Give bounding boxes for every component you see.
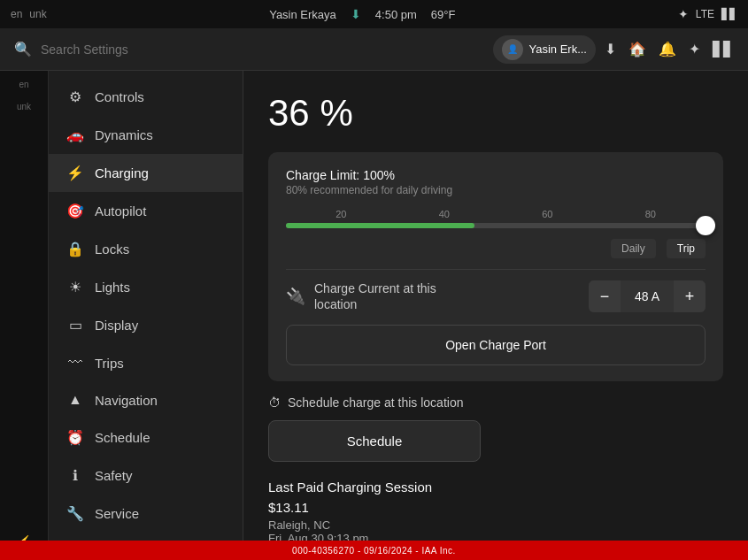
charge-current-label: 🔌 Charge Current at this location <box>286 280 438 312</box>
last-session-amount: $13.11 <box>268 500 723 515</box>
sidebar-item-dynamics[interactable]: 🚗 Dynamics <box>49 116 243 154</box>
sidebar-label-locks: Locks <box>95 242 129 257</box>
sidebar-item-display[interactable]: ▭ Display <box>49 306 243 344</box>
schedule-icon: ⏰ <box>66 429 84 446</box>
sidebar-label-autopilot: Autopilot <box>95 203 146 219</box>
home-icon[interactable]: 🏠 <box>628 41 646 58</box>
search-input[interactable] <box>41 42 484 57</box>
status-bar-right: ✦ LTE ▋▋ <box>678 7 737 21</box>
autopilot-icon: 🎯 <box>66 203 84 219</box>
navigation-icon: ▲ <box>66 392 84 408</box>
safety-icon: ℹ <box>66 467 84 484</box>
sidebar-item-trips[interactable]: 〰 Trips <box>49 344 243 381</box>
sidebar-item-locks[interactable]: 🔒 Locks <box>49 230 243 268</box>
status-bar-center: Yasin Erkaya ⬇ 4:50 pm 69°F <box>269 7 455 21</box>
far-left-panel: en unk ⚡ <box>0 71 49 560</box>
left-panel-text: en <box>19 80 28 89</box>
sidebar-label-trips: Trips <box>95 356 124 371</box>
charge-slider-thumb[interactable] <box>696 216 715 235</box>
charge-slider-track[interactable] <box>286 223 706 228</box>
charge-current-control: − 48 A + <box>589 280 706 312</box>
sidebar-item-autopilot[interactable]: 🎯 Autopilot <box>49 192 243 230</box>
daily-button[interactable]: Daily <box>611 239 656 258</box>
sidebar-label-lights: Lights <box>95 280 130 295</box>
download-header-icon[interactable]: ⬇ <box>605 41 616 58</box>
lights-icon: ☀ <box>66 279 84 295</box>
charge-slider-fill <box>286 223 474 228</box>
bluetooth-header-icon[interactable]: ✦ <box>689 41 700 58</box>
slider-labels: 20 40 60 80 <box>286 209 706 219</box>
divider-1 <box>286 269 706 270</box>
sidebar-item-safety[interactable]: ℹ Safety <box>49 456 243 495</box>
sidebar-label-dynamics: Dynamics <box>95 127 153 142</box>
status-bar: en unk Yasin Erkaya ⬇ 4:50 pm 69°F ✦ LTE… <box>0 0 748 28</box>
schedule-title-text: Schedule charge at this location <box>288 395 463 410</box>
bell-icon[interactable]: 🔔 <box>659 41 676 58</box>
charge-percent: 36 % <box>268 92 723 134</box>
charge-slider-container: 20 40 60 80 <box>286 209 706 228</box>
charge-current-row: 🔌 Charge Current at this location − 48 A… <box>286 280 706 312</box>
header-icons: ⬇ 🏠 🔔 ✦ ▋▋ <box>605 41 734 58</box>
sidebar-item-service[interactable]: 🔧 Service <box>49 495 243 533</box>
slider-label-80: 80 <box>645 209 656 219</box>
sidebar-label-charging: Charging <box>95 165 149 180</box>
user-badge[interactable]: 👤 Yasin Erk... <box>493 35 596 64</box>
charge-limit-sub: 80% recommended for daily driving <box>286 184 706 196</box>
slider-label-60: 60 <box>542 209 552 219</box>
trip-button[interactable]: Trip <box>667 239 706 258</box>
signal-header-icon: ▋▋ <box>713 41 734 58</box>
charge-limit-label: Charge Limit: 100% <box>286 168 706 182</box>
charging-icon: ⚡ <box>66 165 84 181</box>
open-charge-port-button[interactable]: Open Charge Port <box>286 325 706 365</box>
main-content: 36 % Charge Limit: 100% 80% recommended … <box>243 71 748 560</box>
avatar: 👤 <box>502 39 523 60</box>
status-bar-left: en unk <box>11 8 47 20</box>
increase-current-button[interactable]: + <box>674 280 706 312</box>
decrease-current-button[interactable]: − <box>589 280 621 312</box>
sidebar-label-display: Display <box>95 318 138 333</box>
sidebar-item-schedule[interactable]: ⏰ Schedule <box>49 418 243 456</box>
controls-icon: ⚙ <box>66 88 84 105</box>
sidebar-label-safety: Safety <box>95 468 133 483</box>
bottom-bar: 000-40356270 - 09/16/2024 - IAA Inc. <box>0 541 748 560</box>
locks-icon: 🔒 <box>66 241 84 257</box>
plug-icon: 🔌 <box>286 287 305 306</box>
signal-bars-icon: ▋▋ <box>721 8 737 20</box>
search-icon: 🔍 <box>14 41 32 58</box>
sidebar-label-schedule: Schedule <box>95 430 150 445</box>
clock-icon: ⏱ <box>268 395 281 410</box>
user-name-status: Yasin Erkaya <box>269 8 336 21</box>
schedule-label: ⏱ Schedule charge at this location <box>268 395 723 410</box>
sidebar-label-navigation: Navigation <box>95 393 158 408</box>
status-left-text: en <box>11 8 22 20</box>
lte-icon: LTE <box>696 8 714 20</box>
bottom-bar-text: 000-40356270 - 09/16/2024 - IAA Inc. <box>292 546 456 556</box>
current-value: 48 A <box>621 289 674 303</box>
slider-buttons: Daily Trip <box>286 239 706 258</box>
slider-label-40: 40 <box>439 209 450 219</box>
main-layout: en unk ⚡ ⚙ Controls 🚗 Dynamics ⚡ Chargin… <box>0 71 748 560</box>
charge-current-text: Charge Current at this location <box>314 280 438 312</box>
search-bar: 🔍 👤 Yasin Erk... ⬇ 🏠 🔔 ✦ ▋▋ <box>0 28 748 71</box>
sidebar-item-charging[interactable]: ⚡ Charging <box>49 154 243 192</box>
last-session-location: Raleigh, NC <box>268 518 723 532</box>
time-display: 4:50 pm <box>375 8 417 21</box>
last-session-title: Last Paid Charging Session <box>268 479 723 495</box>
charge-limit-card: Charge Limit: 100% 80% recommended for d… <box>268 152 723 381</box>
sidebar-item-navigation[interactable]: ▲ Navigation <box>49 381 243 418</box>
schedule-button[interactable]: Schedule <box>268 420 481 462</box>
download-icon: ⬇ <box>351 7 361 21</box>
schedule-section: ⏱ Schedule charge at this location Sched… <box>268 395 723 462</box>
dynamics-icon: 🚗 <box>66 127 84 143</box>
sidebar-item-controls[interactable]: ⚙ Controls <box>49 78 243 116</box>
sidebar-item-lights[interactable]: ☀ Lights <box>49 268 243 306</box>
bluetooth-icon: ✦ <box>678 7 689 21</box>
sidebar-label-controls: Controls <box>95 89 144 104</box>
user-short-name: Yasin Erk... <box>528 42 587 56</box>
display-icon: ▭ <box>66 317 84 334</box>
last-session: Last Paid Charging Session $13.11 Raleig… <box>268 479 723 545</box>
sidebar: ⚙ Controls 🚗 Dynamics ⚡ Charging 🎯 Autop… <box>49 71 243 560</box>
sidebar-label-service: Service <box>95 506 139 521</box>
slider-label-20: 20 <box>335 209 346 219</box>
status-trunk-text: unk <box>29 8 46 20</box>
